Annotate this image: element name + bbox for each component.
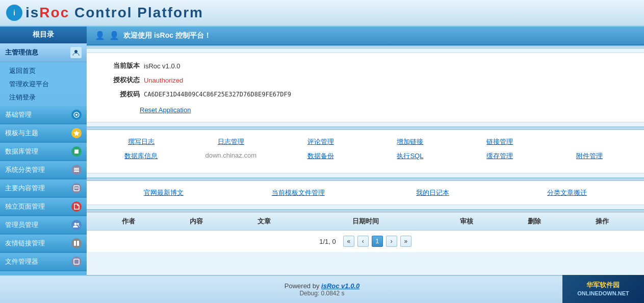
footer-badge-sub: ONLINEDOWN.NET (577, 290, 629, 297)
quick-links-grid-1b: 数据库信息 down.chinaz.com 数据备份 执行SQL 缓存管理 附件… (99, 152, 632, 161)
sidebar-section-basic-header[interactable]: 基础管理 (0, 106, 87, 124)
footer-debug: Debug: 0.0842 s (299, 290, 344, 297)
pagination-last[interactable]: » (400, 236, 411, 247)
auth-value: Unauthorized (144, 77, 183, 84)
reset-application-link[interactable]: Reset Application (140, 106, 191, 114)
sidebar-link-welcome[interactable]: 管理欢迎平台 (0, 78, 87, 91)
sidebar-section-page-label: 独立页面管理 (5, 202, 45, 211)
quick-link-cache-manage[interactable]: 缓存管理 (457, 152, 542, 161)
table-header-review: 审核 (433, 217, 501, 226)
footer-powered-text: Powered by (285, 282, 321, 290)
sidebar-section-filemanager: 文件管理器 (0, 253, 87, 271)
code-row: 授权码 CA6DEF31D44B09C4C86F25E327D76D8E9FE6… (99, 90, 632, 99)
table-header-article: 文章 (230, 217, 298, 226)
pagination-info: 1/1, 0 (319, 238, 336, 245)
quick-link-exec-sql[interactable]: 执行SQL (368, 152, 452, 161)
welcome-bar: 👤 👤 欢迎使用 isRoc 控制平台！ (87, 27, 644, 45)
footer-link[interactable]: isRoc v1.0.0 (321, 282, 359, 290)
quick-link-db-info[interactable]: 数据库信息 (99, 152, 184, 161)
version-value: isRoc v1.0.0 (144, 62, 181, 70)
app-header: i isRoc Control Platform (0, 0, 644, 27)
sidebar-section-database-icon (71, 146, 82, 157)
sidebar-section-links-icon (71, 238, 82, 248)
content-area: 👤 👤 欢迎使用 isRoc 控制平台！ 当前版本 isRoc v1.0.0 授… (87, 27, 644, 275)
pagination-current[interactable]: 1 (372, 236, 383, 247)
table-header-operation: 操作 (568, 217, 636, 226)
sidebar-section-category-icon (71, 165, 82, 175)
svg-rect-15 (74, 259, 79, 264)
table-header-author: 作者 (95, 217, 163, 226)
svg-rect-13 (74, 241, 76, 246)
sidebar-section-records-header[interactable]: 记录查阅 (0, 271, 87, 275)
sidebar: 根目录 主管理信息 返回首页 管理欢迎平台 注销登录 基础管理 模板 (0, 27, 87, 275)
sidebar-section-category-header[interactable]: 系统分类管理 (0, 161, 87, 179)
quick-link-template-manage[interactable]: 当前模板文件管理 (234, 188, 363, 197)
sidebar-section-filemanager-header[interactable]: 文件管理器 (0, 253, 87, 271)
quick-link-write-log[interactable]: 撰写日志 (99, 137, 184, 146)
sidebar-section-page: 独立页面管理 (0, 198, 87, 216)
sidebar-section-category: 系统分类管理 (0, 161, 87, 180)
quick-link-attachment-manage[interactable]: 附件管理 (547, 152, 632, 161)
sidebar-section-database-header[interactable]: 数据库管理 (0, 143, 87, 161)
admin-links: 返回首页 管理欢迎平台 注销登录 (0, 62, 87, 106)
quick-link-link-manage[interactable]: 链接管理 (457, 137, 542, 146)
quick-link-article-migrate[interactable]: 分类文章搬迁 (502, 188, 632, 197)
welcome-text: 欢迎使用 isRoc 控制平台！ (123, 31, 211, 40)
quick-link-log-manage[interactable]: 日志管理 (189, 137, 273, 146)
svg-rect-7 (74, 171, 79, 172)
sidebar-section-content-header[interactable]: 主要内容管理 (0, 180, 87, 197)
pagination-row: 1/1, 0 « ‹ 1 › » (87, 231, 644, 252)
quick-link-add-link[interactable]: 增加链接 (368, 137, 452, 146)
pagination-next[interactable]: › (386, 236, 397, 247)
sidebar-section-links-header[interactable]: 友情链接管理 (0, 235, 87, 252)
quick-link-comment-manage[interactable]: 评论管理 (278, 137, 363, 146)
sidebar-section-template: 模板与主题 (0, 124, 87, 143)
footer-badge-text: 华军软件园 ONLINEDOWN.NET (577, 281, 629, 298)
table-header-datetime: 日期时间 (298, 217, 433, 226)
sidebar-link-logout[interactable]: 注销登录 (0, 91, 87, 104)
table-header-row: 作者 内容 文章 日期时间 审核 删除 操作 (87, 213, 644, 231)
svg-marker-3 (73, 131, 80, 136)
app-title: isRoc Control Platform (25, 5, 203, 21)
footer: Powered by isRoc v1.0.0 Debug: 0.0842 s … (0, 275, 644, 303)
svg-point-2 (75, 114, 78, 116)
sidebar-section-database-label: 数据库管理 (5, 147, 38, 156)
admin-info-label: 主管理信息 (5, 48, 38, 57)
svg-point-11 (74, 223, 77, 225)
quick-link-data-backup[interactable]: down.chinaz.com (189, 152, 273, 161)
reset-link-row: Reset Application (99, 104, 632, 114)
sidebar-section-database: 数据库管理 (0, 143, 87, 161)
sidebar-section-filemanager-label: 文件管理器 (5, 257, 38, 266)
quick-links-grid-2: 官网最新博文 当前模板文件管理 我的日记本 分类文章搬迁 (99, 188, 632, 197)
sidebar-section-content-icon (71, 183, 82, 193)
welcome-icon: 👤 (95, 31, 105, 40)
title-rest: Control Platform (69, 5, 203, 20)
sidebar-section-template-header[interactable]: 模板与主题 (0, 124, 87, 142)
sidebar-link-home[interactable]: 返回首页 (0, 64, 87, 78)
sidebar-section-links: 友情链接管理 (0, 235, 87, 253)
title-roc: Roc (39, 5, 69, 20)
admin-info-section: 主管理信息 (0, 43, 87, 62)
pagination-prev[interactable]: ‹ (357, 236, 369, 247)
quick-section-2: 官网最新博文 当前模板文件管理 我的日记本 分类文章搬迁 (87, 181, 644, 205)
table-header-delete: 删除 (501, 217, 569, 226)
quick-link-data-backup-real[interactable]: 数据备份 (278, 152, 363, 161)
svg-point-12 (77, 223, 79, 225)
svg-rect-6 (74, 169, 79, 170)
sidebar-section-template-label: 模板与主题 (5, 129, 38, 138)
auth-row: 授权状态 Unauthorized (99, 75, 632, 85)
quick-link-my-diary[interactable]: 我的日记本 (368, 188, 498, 197)
svg-rect-5 (74, 168, 79, 169)
auth-label: 授权状态 (99, 75, 140, 85)
footer-badge-main: 华军软件园 (577, 281, 629, 290)
pagination-first[interactable]: « (343, 236, 354, 247)
sidebar-section-links-label: 友情链接管理 (5, 239, 45, 248)
svg-point-0 (74, 50, 78, 53)
sidebar-section-manager: 管理员管理 (0, 216, 87, 235)
table-header-content: 内容 (163, 217, 230, 226)
sidebar-section-page-header[interactable]: 独立页面管理 (0, 198, 87, 216)
quick-link-latest-post[interactable]: 官网最新博文 (99, 188, 228, 197)
sidebar-section-manager-header[interactable]: 管理员管理 (0, 216, 87, 234)
sidebar-section-template-icon (71, 128, 82, 138)
admin-icon (70, 47, 82, 58)
